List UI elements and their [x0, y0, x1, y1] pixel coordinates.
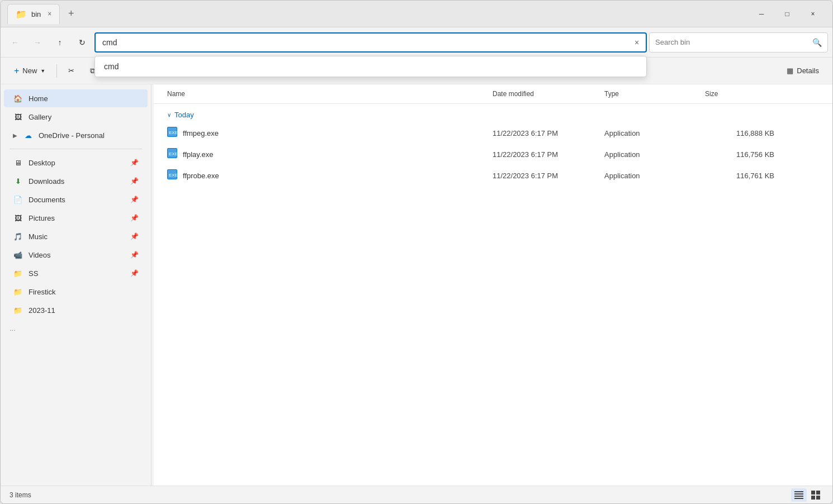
cmd-separator-1: [56, 64, 57, 78]
up-button[interactable]: ↑: [50, 32, 70, 53]
sidebar-item-ss[interactable]: 📁 SS 📌: [4, 264, 148, 282]
svg-rect-11: [794, 496, 803, 497]
svg-rect-14: [816, 491, 820, 495]
sidebar-item-label: Documents: [29, 196, 65, 204]
onedrive-icon: ☁: [23, 130, 33, 140]
new-button[interactable]: + New ▼: [7, 63, 52, 79]
pin-icon: 📌: [130, 232, 139, 240]
home-icon: 🏠: [13, 93, 23, 103]
statusbar: 3 items: [1, 486, 832, 503]
sidebar-item-desktop[interactable]: 🖥 Desktop 📌: [4, 154, 148, 172]
sidebar-item-label: Downloads: [29, 177, 64, 186]
minimize-button[interactable]: ─: [749, 5, 774, 23]
sidebar-item-label: OneDrive - Personal: [39, 131, 105, 140]
sidebar-item-firestick[interactable]: 📁 Firestick: [4, 283, 148, 301]
exe-icon: EXE: [167, 169, 177, 182]
tab-title: bin: [31, 10, 41, 18]
address-input[interactable]: [94, 32, 647, 53]
sidebar-item-label: Gallery: [29, 113, 51, 121]
col-size[interactable]: Size: [701, 88, 779, 100]
sidebar-item-documents[interactable]: 📄 Documents 📌: [4, 191, 148, 208]
file-name: ffprobe.exe: [183, 172, 219, 180]
refresh-button[interactable]: ↻: [72, 32, 92, 53]
search-input[interactable]: [655, 38, 808, 46]
new-icon: +: [14, 66, 19, 76]
file-name-cell: EXE ffplay.exe: [163, 146, 488, 163]
svg-text:EXE: EXE: [169, 130, 177, 135]
tab-close-button[interactable]: ×: [48, 10, 51, 18]
svg-rect-12: [794, 498, 803, 499]
new-tab-button[interactable]: +: [62, 5, 80, 23]
main-area: 🏠 Home 🖼 Gallery ▶ ☁ OneDrive - Personal…: [1, 84, 832, 486]
col-type[interactable]: Type: [600, 88, 701, 100]
sidebar-item-label: 2023-11: [29, 306, 55, 315]
music-icon: 🎵: [13, 231, 23, 241]
file-name: ffplay.exe: [183, 150, 213, 159]
grid-view-button[interactable]: [808, 488, 823, 502]
search-icon: 🔍: [812, 38, 822, 47]
documents-icon: 📄: [13, 194, 23, 205]
svg-rect-16: [816, 496, 820, 500]
cut-button[interactable]: ✂: [61, 63, 81, 78]
sidebar-item-onedrive[interactable]: ▶ ☁ OneDrive - Personal: [4, 126, 148, 144]
file-name-cell: EXE ffmpeg.exe: [163, 125, 488, 141]
file-date: 11/22/2023 6:17 PM: [488, 169, 600, 182]
maximize-button[interactable]: □: [774, 5, 800, 23]
status-text: 3 items: [10, 491, 31, 499]
back-button[interactable]: ←: [5, 32, 25, 53]
sidebar-item-home[interactable]: 🏠 Home: [4, 89, 148, 107]
file-extra: [779, 131, 823, 135]
pin-icon: 📌: [130, 269, 139, 277]
table-row[interactable]: EXE ffprobe.exe 11/22/2023 6:17 PM Appli…: [154, 165, 832, 186]
file-type: Application: [600, 148, 701, 161]
col-extra: [779, 88, 823, 100]
folder-2023-icon: 📁: [13, 305, 23, 315]
window-controls: ─ □ ×: [749, 5, 826, 23]
group-today: ∨ Today: [154, 104, 832, 122]
exe-icon: EXE: [167, 148, 177, 160]
sidebar-item-label: Music: [29, 232, 48, 241]
file-explorer-window: 📁 bin × + ─ □ × ← → ↑ ↻ × cmd 🔍: [0, 0, 833, 504]
table-row[interactable]: EXE ffmpeg.exe 11/22/2023 6:17 PM Applic…: [154, 122, 832, 144]
active-tab[interactable]: 📁 bin ×: [7, 4, 60, 24]
file-type: Application: [600, 169, 701, 182]
sidebar-item-label: Firestick: [29, 288, 55, 296]
svg-text:EXE: EXE: [169, 173, 177, 178]
file-date: 11/22/2023 6:17 PM: [488, 148, 600, 161]
sidebar-item-music[interactable]: 🎵 Music 📌: [4, 227, 148, 245]
sidebar-item-downloads[interactable]: ⬇ Downloads 📌: [4, 172, 148, 190]
pictures-icon: 🖼: [13, 213, 23, 223]
address-area: × cmd: [94, 32, 647, 53]
column-headers: Name Date modified Type Size: [154, 84, 832, 104]
autocomplete-item[interactable]: cmd: [95, 56, 646, 77]
forward-button[interactable]: →: [27, 32, 48, 53]
close-button[interactable]: ×: [800, 5, 826, 23]
file-size: 116,756 KB: [701, 148, 779, 161]
titlebar: 📁 bin × + ─ □ ×: [1, 1, 832, 27]
file-size: 116,761 KB: [701, 169, 779, 182]
downloads-icon: ⬇: [13, 176, 23, 186]
details-button[interactable]: ▦ Details: [780, 63, 826, 78]
autocomplete-dropdown: cmd: [94, 56, 647, 77]
details-icon: ▦: [787, 66, 793, 75]
sidebar-item-pictures[interactable]: 🖼 Pictures 📌: [4, 209, 148, 227]
sidebar-item-label: Home: [29, 94, 48, 103]
col-date-modified[interactable]: Date modified: [488, 88, 600, 100]
new-label: New: [22, 66, 37, 75]
sidebar-item-2023-11[interactable]: 📁 2023-11: [4, 301, 148, 319]
sidebar-item-videos[interactable]: 📹 Videos 📌: [4, 246, 148, 264]
sidebar-item-label: SS: [29, 269, 38, 278]
col-name[interactable]: Name: [163, 88, 488, 100]
cut-icon: ✂: [68, 66, 74, 75]
file-size: 116,888 KB: [701, 127, 779, 140]
list-view-button[interactable]: [791, 488, 807, 502]
pin-icon: 📌: [130, 177, 139, 185]
address-clear-button[interactable]: ×: [631, 37, 642, 48]
sidebar-item-gallery[interactable]: 🖼 Gallery: [4, 108, 148, 126]
gallery-icon: 🖼: [13, 112, 23, 122]
group-chevron[interactable]: ∨: [167, 112, 171, 118]
exe-icon: EXE: [167, 127, 177, 139]
search-box[interactable]: 🔍: [649, 32, 828, 53]
svg-rect-15: [811, 496, 815, 500]
table-row[interactable]: EXE ffplay.exe 11/22/2023 6:17 PM Applic…: [154, 144, 832, 165]
